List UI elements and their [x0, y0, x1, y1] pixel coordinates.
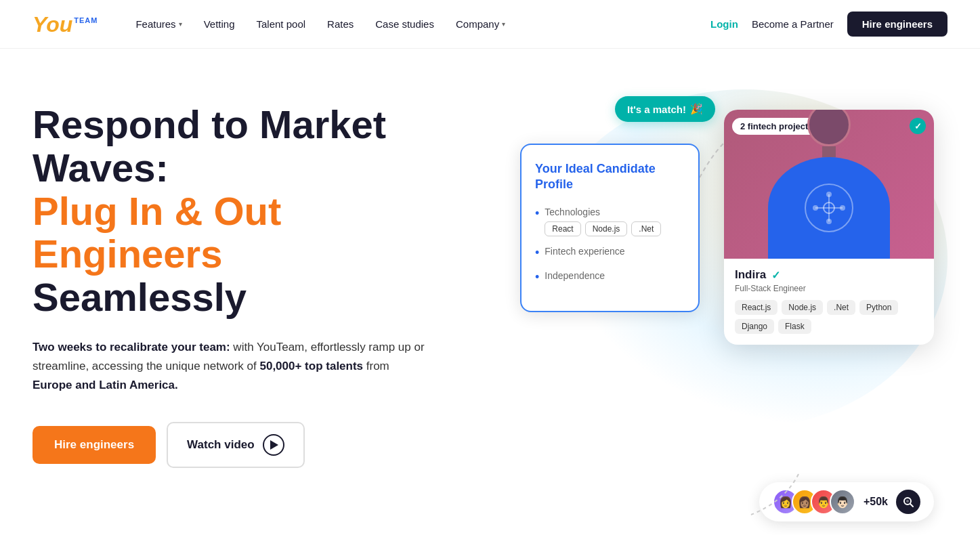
- svg-point-11: [906, 500, 909, 502]
- candidate-photo: 2 fintech projects ❤️: [724, 110, 934, 259]
- nav-vetting[interactable]: Vetting: [204, 18, 235, 30]
- skill-dotnet: .Net: [827, 300, 855, 315]
- navbar: You TEAM Features ▾ Vetting Talent pool …: [0, 0, 980, 49]
- match-badge: It's a match! 🎉: [615, 96, 715, 122]
- skill-flask: Flask: [778, 319, 811, 334]
- subtitle-bold2: 50,000+ top talents: [259, 360, 363, 372]
- nav-case-studies[interactable]: Case studies: [375, 18, 434, 30]
- skill-reactjs: React.js: [735, 300, 777, 315]
- technologies-label: Technologies: [545, 207, 661, 217]
- watch-video-label: Watch video: [187, 438, 255, 452]
- chevron-down-icon: ▾: [502, 20, 505, 28]
- technologies-tags: React Node.js .Net: [545, 221, 661, 236]
- svg-point-8: [826, 219, 832, 224]
- ideal-item-independence: • Independence: [535, 270, 685, 285]
- verified-badge: ✓: [910, 118, 926, 134]
- logo-you: You: [33, 14, 72, 35]
- nav-actions: Login Become a Partner Hire engineers: [710, 12, 947, 37]
- hero-subtitle: Two weeks to recalibrate your team: with…: [33, 338, 425, 395]
- skill-nodejs: Node.js: [782, 300, 823, 315]
- ideal-card-title: Your Ideal Candidate Profile: [535, 161, 685, 193]
- nav-company[interactable]: Company ▾: [456, 18, 505, 30]
- hero-title: Respond to MarketWaves: Plug In & OutEng…: [33, 103, 507, 319]
- tag-nodejs: Node.js: [585, 221, 628, 236]
- tag-react: React: [545, 221, 580, 236]
- hero-title-seamlessly: Seamlessly: [33, 275, 247, 319]
- hero-orange-text: Plug In & OutEngineers: [33, 189, 281, 276]
- partner-button[interactable]: Become a Partner: [752, 18, 834, 30]
- main-content: Respond to MarketWaves: Plug In & OutEng…: [0, 49, 980, 535]
- ideal-item-fintech: • Fintech experience: [535, 246, 685, 261]
- nav-features[interactable]: Features ▾: [135, 18, 182, 30]
- candidate-role: Full-Stack Engineer: [735, 284, 923, 293]
- ideal-item-technologies: • Technologies React Node.js .Net: [535, 207, 685, 236]
- talent-pool-widget: 👩 👩🏽 👨 👨🏻 +50k: [759, 482, 934, 521]
- subtitle-bold1: Two weeks to recalibrate your team:: [33, 341, 230, 354]
- nav-rates[interactable]: Rates: [327, 18, 354, 30]
- hero-left: Respond to MarketWaves: Plug In & OutEng…: [33, 89, 507, 535]
- login-button[interactable]: Login: [710, 18, 738, 30]
- independence-label: Independence: [545, 270, 605, 281]
- candidate-name: Indira ✓: [735, 268, 923, 282]
- candidate-skills: React.js Node.js .Net Python Django Flas…: [735, 300, 923, 334]
- match-badge-text: It's a match!: [627, 104, 686, 115]
- play-triangle: [270, 440, 278, 450]
- avatar-4: 👨🏻: [830, 489, 855, 515]
- cta-buttons: Hire engineers Watch video: [33, 422, 507, 468]
- candidate-info: Indira ✓ Full-Stack Engineer React.js No…: [724, 259, 934, 345]
- candidate-body: [768, 157, 890, 259]
- candidate-verified-icon: ✓: [771, 269, 780, 282]
- svg-point-5: [813, 205, 818, 211]
- ideal-technologies: Technologies React Node.js .Net: [545, 207, 661, 236]
- subtitle-bold3: Europe and Latin America.: [33, 379, 178, 391]
- avatar-face-4: 👨🏻: [831, 490, 854, 513]
- tag-dotnet: .Net: [631, 221, 661, 236]
- candidate-card: 2 fintech projects ❤️: [724, 110, 934, 345]
- candidate-avatar: [768, 110, 890, 259]
- hire-engineers-nav-button[interactable]: Hire engineers: [847, 12, 947, 37]
- hero-title-line1: Respond to MarketWaves:: [33, 102, 386, 190]
- fintech-label: Fintech experience: [545, 246, 624, 257]
- bullet-icon: •: [535, 271, 539, 283]
- chevron-down-icon: ▾: [179, 20, 182, 28]
- skill-python: Python: [859, 300, 898, 315]
- bullet-icon: •: [535, 247, 539, 259]
- svg-point-7: [826, 192, 832, 197]
- hire-engineers-main-button[interactable]: Hire engineers: [33, 426, 156, 464]
- talent-count: +50k: [864, 496, 888, 508]
- nav-links: Features ▾ Vetting Talent pool Rates Cas…: [135, 18, 710, 30]
- subtitle-text2: from: [363, 360, 389, 372]
- bullet-icon: •: [535, 207, 539, 219]
- match-badge-emoji: 🎉: [690, 103, 703, 115]
- logo-team: TEAM: [74, 16, 98, 24]
- watch-video-button[interactable]: Watch video: [167, 422, 305, 468]
- candidate-head: [807, 110, 851, 146]
- candidate-neck: [822, 146, 836, 157]
- svg-line-10: [910, 504, 913, 507]
- play-icon: [263, 434, 284, 456]
- logo[interactable]: You TEAM: [33, 14, 98, 35]
- circuit-icon: [802, 181, 856, 235]
- search-icon: [896, 490, 920, 514]
- svg-point-6: [840, 205, 845, 211]
- skill-django: Django: [735, 319, 774, 334]
- hero-right: It's a match! 🎉 Your Ideal Candidate Pro…: [507, 89, 947, 535]
- ideal-candidate-card: Your Ideal Candidate Profile • Technolog…: [520, 144, 700, 312]
- nav-talent-pool[interactable]: Talent pool: [257, 18, 306, 30]
- avatar-group: 👩 👩🏽 👨 👨🏻: [773, 489, 855, 515]
